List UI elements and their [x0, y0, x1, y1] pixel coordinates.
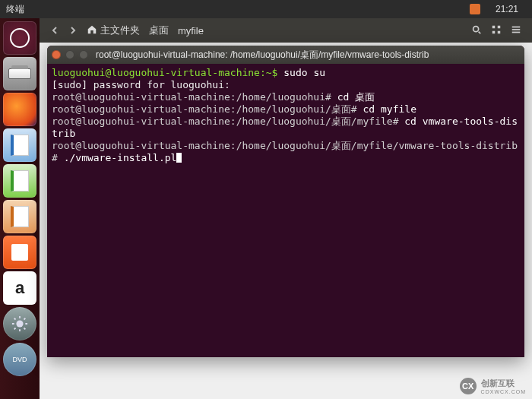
firefox-icon[interactable]	[3, 93, 36, 126]
dvd-media-icon[interactable]: DVD	[3, 343, 36, 376]
prompt: luoguohui@luoguohui-virtual-machine:~$	[52, 67, 283, 78]
language-icon[interactable]	[470, 4, 480, 14]
breadcrumb-home[interactable]: 主文件夹	[87, 24, 140, 37]
libreoffice-writer-icon[interactable]	[3, 128, 36, 162]
command-text: cd 桌面	[337, 91, 375, 103]
command-text: cd myfile	[363, 103, 416, 115]
watermark: CX 创新互联 CDXWCX.COM	[460, 378, 526, 394]
terminal-window[interactable]: root@luoguohui-virtual-machine: /home/lu…	[47, 46, 524, 357]
clock[interactable]: 21:21	[496, 4, 518, 14]
command-text: ./vmware-install.pl	[64, 152, 177, 163]
watermark-badge: CX	[460, 378, 477, 394]
home-icon	[87, 24, 97, 37]
ubuntu-software-icon[interactable]	[3, 236, 36, 269]
back-button[interactable]	[46, 21, 64, 40]
breadcrumb-label: 主文件夹	[100, 24, 140, 37]
search-icon[interactable]	[471, 24, 482, 37]
window-maximize-button[interactable]	[79, 50, 88, 59]
active-app-name: 终端	[6, 3, 24, 16]
unity-launcher: a DVD	[0, 18, 40, 399]
svg-rect-2	[498, 25, 501, 28]
prompt: [sudo] password for luoguohui:	[52, 79, 230, 90]
file-manager-toolbar: 主文件夹 桌面 myfile	[40, 18, 532, 43]
svg-rect-7	[512, 31, 521, 33]
svg-rect-4	[498, 30, 501, 33]
view-grid-icon[interactable]	[491, 24, 502, 37]
svg-rect-6	[512, 29, 521, 30]
svg-point-0	[473, 26, 479, 31]
window-minimize-button[interactable]	[65, 50, 74, 59]
command-text: sudo su	[283, 67, 325, 78]
prompt: root@luoguohui-virtual-machine:/home/luo…	[52, 103, 363, 115]
topbar-indicators: 21:21	[462, 4, 526, 14]
prompt: root@luoguohui-virtual-machine:/home/luo…	[52, 116, 404, 127]
amazon-icon[interactable]: a	[3, 271, 36, 305]
svg-rect-3	[492, 30, 496, 33]
window-close-button[interactable]	[52, 50, 61, 59]
prompt: root@luoguohui-virtual-machine:/home/luo…	[52, 91, 337, 103]
files-icon[interactable]	[3, 57, 36, 90]
breadcrumb-myfile[interactable]: myfile	[178, 25, 204, 36]
libreoffice-calc-icon[interactable]	[3, 164, 36, 198]
breadcrumb-desktop[interactable]: 桌面	[149, 24, 169, 37]
terminal-title: root@luoguohui-virtual-machine: /home/lu…	[96, 49, 429, 62]
gnome-topbar: 终端 21:21	[0, 0, 532, 18]
watermark-sub: CDXWCX.COM	[481, 389, 526, 394]
svg-rect-5	[512, 26, 521, 27]
forward-button[interactable]	[64, 21, 82, 40]
libreoffice-impress-icon[interactable]	[3, 200, 36, 233]
system-settings-icon[interactable]	[3, 307, 36, 340]
dash-icon[interactable]	[3, 21, 36, 55]
cursor	[176, 153, 182, 163]
watermark-text: 创新互联	[481, 378, 526, 389]
svg-rect-1	[492, 25, 496, 28]
terminal-titlebar[interactable]: root@luoguohui-virtual-machine: /home/lu…	[47, 46, 524, 64]
menu-icon[interactable]	[511, 24, 521, 37]
svg-point-8	[16, 320, 23, 327]
terminal-body[interactable]: luoguohui@luoguohui-virtual-machine:~$ s…	[47, 64, 524, 167]
